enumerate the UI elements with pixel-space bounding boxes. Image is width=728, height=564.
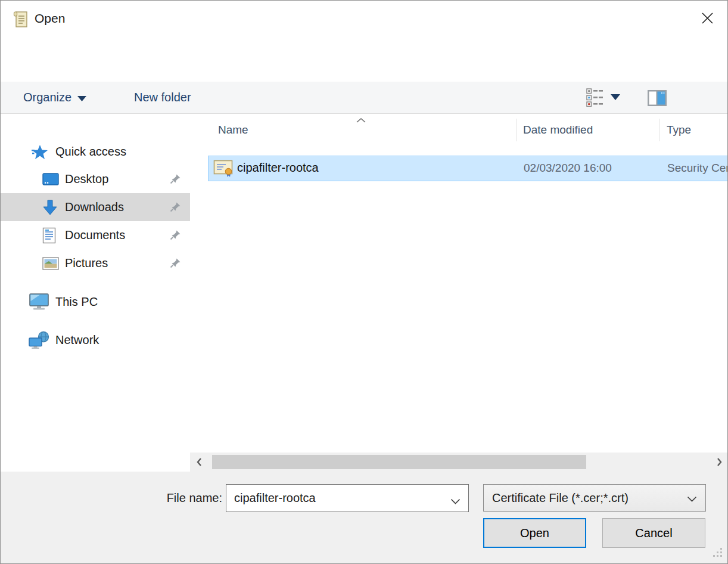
file-type-cell: Security Certificate xyxy=(667,162,728,175)
file-type-value: Certificate File (*.cer;*.crt) xyxy=(492,491,629,505)
sort-ascending-caret-icon[interactable] xyxy=(356,115,366,126)
sidebar-item-documents[interactable]: Documents xyxy=(1,221,190,249)
file-name-label: File name: xyxy=(96,491,222,505)
navigation-pane: Quick access Desktop xyxy=(1,114,190,472)
sidebar-label: Downloads xyxy=(65,200,124,214)
file-date-cell: 02/03/2020 16:00 xyxy=(524,162,612,175)
navigation-bar: This PC Downloads xyxy=(1,38,727,82)
column-divider[interactable] xyxy=(659,119,659,141)
sidebar-item-quick-access[interactable]: Quick access xyxy=(1,138,190,166)
details-view-icon xyxy=(586,88,603,107)
sidebar-label: Desktop xyxy=(65,172,108,186)
network-icon xyxy=(28,331,50,349)
file-name-input[interactable] xyxy=(226,485,468,512)
chevron-down-icon xyxy=(611,94,620,100)
column-header-type[interactable]: Type xyxy=(667,123,691,137)
sidebar-item-desktop[interactable]: Desktop xyxy=(1,165,190,193)
chevron-down-icon xyxy=(77,91,86,104)
scroll-left-icon[interactable] xyxy=(195,457,203,467)
open-dialog: Open xyxy=(0,0,728,564)
pin-icon[interactable] xyxy=(170,258,181,272)
certificate-icon xyxy=(213,159,234,180)
sidebar-item-network[interactable]: Network xyxy=(1,326,190,354)
sidebar-label: Pictures xyxy=(65,256,108,270)
scroll-icon xyxy=(13,10,29,31)
scrollbar-thumb[interactable] xyxy=(212,455,586,469)
open-button-label: Open xyxy=(520,526,549,540)
quick-access-star-icon xyxy=(32,144,48,160)
new-folder-label: New folder xyxy=(134,91,191,104)
desktop-icon xyxy=(42,173,59,186)
resize-grip-icon[interactable] xyxy=(713,547,723,560)
close-button[interactable] xyxy=(694,8,720,30)
sidebar-label: Documents xyxy=(65,228,125,242)
sidebar-item-this-pc[interactable]: This PC xyxy=(1,288,190,316)
change-view-button[interactable] xyxy=(586,88,603,107)
organize-button[interactable]: Organize xyxy=(23,82,86,113)
file-name-cell: cipafilter-rootca xyxy=(237,161,319,175)
sidebar-item-downloads[interactable]: Downloads xyxy=(1,193,190,221)
column-divider[interactable] xyxy=(516,119,517,141)
file-row-selected[interactable]: cipafilter-rootca 02/03/2020 16:00 Secur… xyxy=(208,156,728,181)
window-title: Open xyxy=(35,11,65,26)
sidebar-item-pictures[interactable]: Pictures xyxy=(1,249,190,277)
pin-icon[interactable] xyxy=(170,173,181,188)
documents-icon xyxy=(42,227,56,244)
downloads-icon xyxy=(42,199,58,216)
preview-pane-icon xyxy=(648,90,667,106)
file-list: Name Date modified Type cipafilter-rootc… xyxy=(190,114,728,472)
column-header-date-modified[interactable]: Date modified xyxy=(523,123,593,137)
chevron-down-icon[interactable] xyxy=(450,496,461,507)
sidebar-label: Quick access xyxy=(55,145,126,159)
cancel-button[interactable]: Cancel xyxy=(602,518,705,548)
this-pc-icon xyxy=(28,293,50,311)
file-name-combobox xyxy=(226,484,469,512)
change-view-dropdown[interactable] xyxy=(611,94,620,100)
horizontal-scrollbar[interactable] xyxy=(190,453,728,472)
organize-label: Organize xyxy=(23,91,71,104)
title-bar: Open xyxy=(1,1,727,38)
pin-icon[interactable] xyxy=(170,230,181,244)
pin-icon[interactable] xyxy=(170,202,181,216)
chevron-down-icon xyxy=(687,491,697,505)
sidebar-label: Network xyxy=(55,333,99,347)
scroll-right-icon[interactable] xyxy=(715,457,724,467)
close-icon xyxy=(701,11,714,27)
column-header-name[interactable]: Name xyxy=(218,123,248,137)
new-folder-button[interactable]: New folder xyxy=(134,82,191,113)
dialog-footer: File name: Certificate File (*.cer;*.crt… xyxy=(1,472,727,564)
pictures-icon xyxy=(42,257,59,270)
preview-pane-button[interactable] xyxy=(648,90,667,106)
cancel-button-label: Cancel xyxy=(635,526,672,540)
file-type-dropdown[interactable]: Certificate File (*.cer;*.crt) xyxy=(483,484,706,512)
open-button[interactable]: Open xyxy=(483,518,586,548)
sidebar-label: This PC xyxy=(55,295,98,309)
